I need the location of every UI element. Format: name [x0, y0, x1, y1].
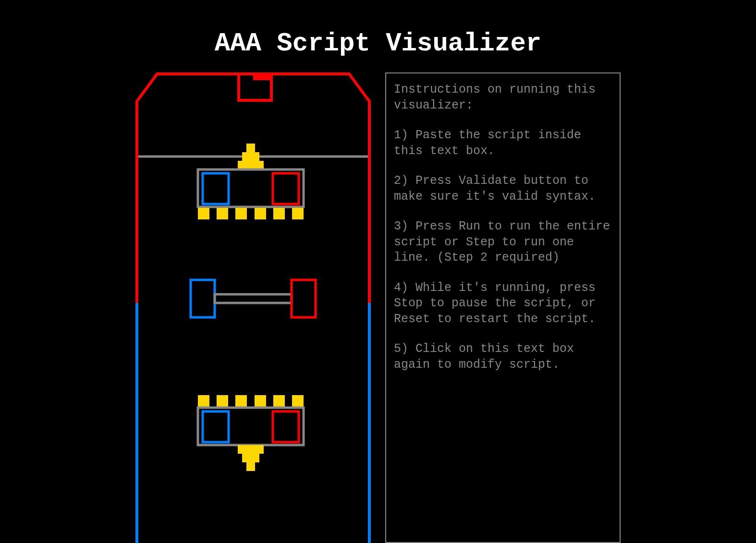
svg-rect-10 [255, 208, 266, 219]
instructions-intro: Instructions on running this visualizer: [394, 82, 612, 113]
svg-rect-20 [238, 445, 246, 454]
page-title: AAA Script Visualizer [0, 0, 756, 72]
middle-bar-assembly [191, 280, 316, 317]
instructions-step-2: 2) Press Validate button to make sure it… [394, 173, 612, 205]
instructions-textbox[interactable]: Instructions on running this visualizer:… [385, 72, 621, 543]
svg-rect-18 [292, 395, 304, 407]
svg-rect-12 [292, 208, 304, 219]
svg-rect-4 [246, 161, 255, 169]
svg-rect-19 [198, 408, 304, 445]
yellow-pyramid-bottom [238, 445, 264, 471]
svg-rect-8 [217, 208, 228, 219]
instructions-step-3: 3) Press Run to run the entire script or… [394, 219, 612, 266]
lower-robot-red-bay [273, 411, 299, 442]
svg-rect-7 [198, 208, 209, 219]
svg-rect-23 [242, 454, 251, 462]
svg-rect-1 [242, 152, 251, 161]
upper-robot-red-bay [273, 173, 299, 204]
visualizer-canvas [135, 72, 371, 543]
svg-rect-5 [255, 161, 264, 169]
instructions-step-1: 1) Paste the script inside this text box… [394, 128, 612, 159]
svg-rect-2 [251, 152, 259, 161]
svg-rect-6 [198, 169, 304, 207]
svg-rect-24 [251, 454, 259, 462]
instructions-step-4: 4) While it's running, press Stop to pau… [394, 280, 612, 327]
instructions-step-5: 5) Click on this text box again to modif… [394, 341, 612, 373]
svg-rect-25 [246, 462, 255, 471]
svg-rect-17 [273, 395, 285, 407]
svg-rect-21 [246, 445, 255, 454]
middle-gray-bar [215, 294, 292, 303]
middle-red-box [292, 280, 316, 317]
svg-rect-9 [235, 208, 247, 219]
lower-robot-blue-bay [203, 411, 229, 442]
upper-robot-blue-bay [203, 173, 229, 204]
svg-rect-15 [235, 395, 247, 407]
svg-rect-3 [238, 161, 246, 169]
svg-rect-13 [198, 395, 209, 407]
field-boundary-top [137, 74, 369, 303]
field-boundary-bottom [137, 303, 369, 543]
field-diagram [135, 72, 371, 543]
svg-rect-16 [255, 395, 266, 407]
svg-rect-22 [255, 445, 264, 454]
svg-rect-11 [273, 208, 285, 219]
svg-rect-14 [217, 395, 228, 407]
middle-blue-box [191, 280, 215, 317]
upper-robot [198, 169, 304, 219]
main-content: Instructions on running this visualizer:… [0, 72, 756, 543]
svg-rect-0 [246, 144, 255, 152]
lower-robot [198, 395, 304, 445]
